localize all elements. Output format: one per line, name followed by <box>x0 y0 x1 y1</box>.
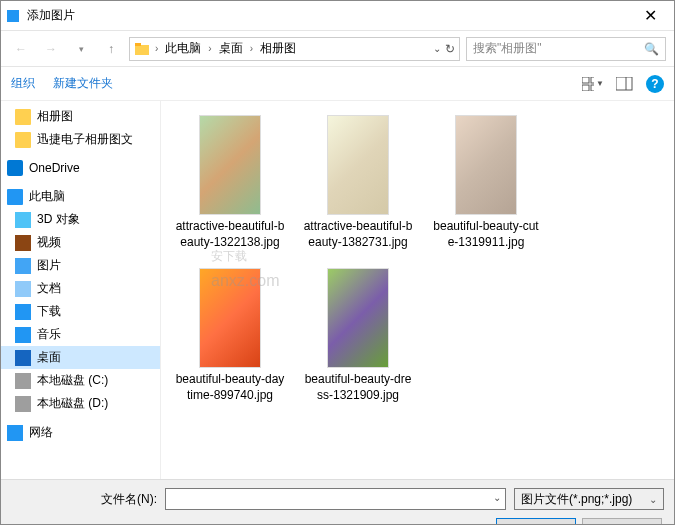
sidebar-item[interactable]: 3D 对象 <box>1 208 160 231</box>
tree-label: 下载 <box>37 303 61 320</box>
forward-button[interactable]: → <box>39 37 63 61</box>
tree-label: 本地磁盘 (D:) <box>37 395 108 412</box>
svg-rect-5 <box>582 85 589 91</box>
breadcrumb-segment[interactable]: 桌面 <box>215 40 247 57</box>
file-label: beautiful-beauty-cute-1319911.jpg <box>431 219 541 250</box>
tree-label: 图片 <box>37 257 61 274</box>
file-label: attractive-beautiful-beauty-1382731.jpg <box>303 219 413 250</box>
file-item[interactable]: beautiful-beauty-daytime-899740.jpg <box>171 264 289 407</box>
tree-icon <box>15 235 31 251</box>
svg-rect-1 <box>135 45 149 55</box>
svg-rect-3 <box>582 77 589 83</box>
tree-icon <box>15 373 31 389</box>
breadcrumb-dropdown[interactable]: ⌄ <box>433 43 441 54</box>
chevron-right-icon: › <box>152 43 161 54</box>
file-list: attractive-beautiful-beauty-1322138.jpga… <box>161 101 674 479</box>
help-button[interactable]: ? <box>646 75 664 93</box>
breadcrumb-segment[interactable]: 此电脑 <box>161 40 205 57</box>
tree-label: 桌面 <box>37 349 61 366</box>
tree-icon <box>7 189 23 205</box>
breadcrumb-segment[interactable]: 相册图 <box>256 40 300 57</box>
tree-label: 网络 <box>29 424 53 441</box>
sidebar-item[interactable]: 下载 <box>1 300 160 323</box>
tree-icon <box>7 425 23 441</box>
tree-label: 音乐 <box>37 326 61 343</box>
sidebar-item[interactable]: OneDrive <box>1 157 160 179</box>
file-item[interactable]: attractive-beautiful-beauty-1382731.jpg <box>299 111 417 254</box>
new-folder-button[interactable]: 新建文件夹 <box>53 75 113 92</box>
file-label: beautiful-beauty-dress-1321909.jpg <box>303 372 413 403</box>
file-item[interactable]: attractive-beautiful-beauty-1322138.jpg <box>171 111 289 254</box>
tree-icon <box>15 109 31 125</box>
window-title: 添加图片 <box>27 7 630 24</box>
search-input[interactable]: 搜索"相册图" 🔍 <box>466 37 666 61</box>
thumbnail-image <box>199 268 261 368</box>
tree-icon <box>15 212 31 228</box>
file-item[interactable]: beautiful-beauty-dress-1321909.jpg <box>299 264 417 407</box>
sidebar-item[interactable]: 视频 <box>1 231 160 254</box>
app-icon <box>5 8 21 24</box>
svg-rect-6 <box>591 85 594 91</box>
chevron-right-icon: › <box>205 43 214 54</box>
tree-icon <box>15 281 31 297</box>
recent-dropdown[interactable]: ▾ <box>69 37 93 61</box>
tree-icon <box>15 327 31 343</box>
svg-rect-4 <box>591 77 594 83</box>
sidebar-item[interactable]: 音乐 <box>1 323 160 346</box>
sidebar-item[interactable]: 相册图 <box>1 105 160 128</box>
breadcrumb[interactable]: › 此电脑 › 桌面 › 相册图 ⌄ ↻ <box>129 37 460 61</box>
tree-icon <box>15 350 31 366</box>
svg-rect-0 <box>7 10 19 22</box>
chevron-right-icon: › <box>247 43 256 54</box>
thumbnail-image <box>455 115 517 215</box>
thumbnail-image <box>199 115 261 215</box>
up-button[interactable]: ↑ <box>99 37 123 61</box>
search-icon: 🔍 <box>644 42 659 56</box>
tree-icon <box>7 160 23 176</box>
view-mode-button[interactable]: ▼ <box>582 73 604 95</box>
tree-label: 相册图 <box>37 108 73 125</box>
sidebar: 相册图迅捷电子相册图文OneDrive此电脑3D 对象视频图片文档下载音乐桌面本… <box>1 101 161 479</box>
close-button[interactable]: ✕ <box>630 2 670 30</box>
tree-label: 此电脑 <box>29 188 65 205</box>
open-button[interactable]: 打开(O) ▼ <box>496 518 576 525</box>
tree-icon <box>15 258 31 274</box>
sidebar-item[interactable]: 桌面 <box>1 346 160 369</box>
thumbnail-image <box>327 115 389 215</box>
tree-icon <box>15 132 31 148</box>
tree-label: 视频 <box>37 234 61 251</box>
filename-input[interactable]: ⌄ <box>165 488 506 510</box>
tree-label: 3D 对象 <box>37 211 80 228</box>
filename-label: 文件名(N): <box>101 491 157 508</box>
sidebar-item[interactable]: 此电脑 <box>1 185 160 208</box>
tree-label: 迅捷电子相册图文 <box>37 131 133 148</box>
sidebar-item[interactable]: 本地磁盘 (C:) <box>1 369 160 392</box>
organize-menu[interactable]: 组织 <box>11 75 35 92</box>
svg-rect-7 <box>616 77 632 90</box>
file-item[interactable]: beautiful-beauty-cute-1319911.jpg <box>427 111 545 254</box>
sidebar-item[interactable]: 网络 <box>1 421 160 444</box>
folder-icon <box>134 41 150 57</box>
tree-label: 文档 <box>37 280 61 297</box>
tree-label: OneDrive <box>29 161 80 175</box>
file-label: beautiful-beauty-daytime-899740.jpg <box>175 372 285 403</box>
search-placeholder: 搜索"相册图" <box>473 40 644 57</box>
preview-pane-button[interactable] <box>614 73 636 95</box>
svg-rect-2 <box>135 43 141 46</box>
sidebar-item[interactable]: 文档 <box>1 277 160 300</box>
refresh-button[interactable]: ↻ <box>445 42 455 56</box>
thumbnail-image <box>327 268 389 368</box>
sidebar-item[interactable]: 迅捷电子相册图文 <box>1 128 160 151</box>
tree-label: 本地磁盘 (C:) <box>37 372 108 389</box>
filetype-filter[interactable]: 图片文件(*.png;*.jpg) ⌄ <box>514 488 664 510</box>
cancel-button[interactable]: 取消 <box>582 518 662 525</box>
sidebar-item[interactable]: 本地磁盘 (D:) <box>1 392 160 415</box>
sidebar-item[interactable]: 图片 <box>1 254 160 277</box>
tree-icon <box>15 396 31 412</box>
tree-icon <box>15 304 31 320</box>
file-label: attractive-beautiful-beauty-1322138.jpg <box>175 219 285 250</box>
back-button[interactable]: ← <box>9 37 33 61</box>
